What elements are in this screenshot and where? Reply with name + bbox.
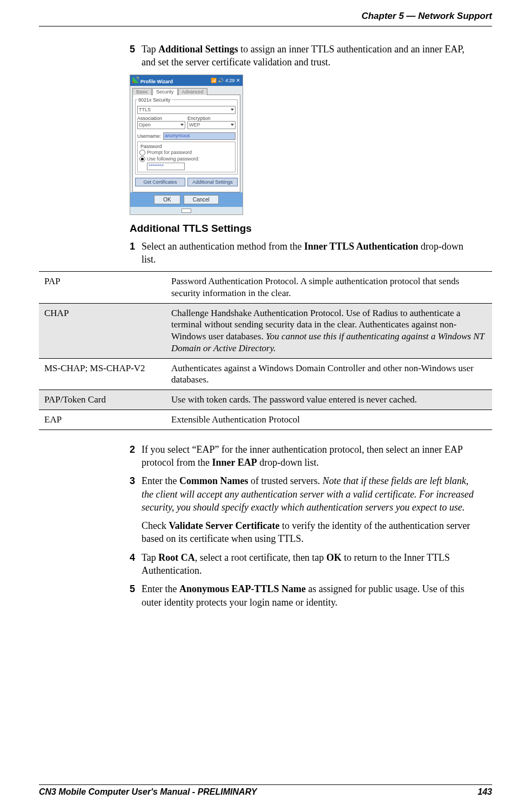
tab-basic[interactable]: Basic (132, 88, 152, 95)
legend-8021x: 8021x Security (137, 97, 172, 103)
section-heading: Additional TTLS Settings (130, 223, 479, 234)
step-number: 5 (130, 43, 142, 69)
footer-title: CN3 Mobile Computer User's Manual - PREL… (39, 787, 257, 797)
tab-advanced[interactable]: Advanced (178, 88, 207, 95)
table-row: PAPPassword Authentication Protocol. A s… (39, 272, 492, 304)
auth-methods-table: PAPPassword Authentication Protocol. A s… (39, 271, 492, 430)
table-row: MS-CHAP; MS-CHAP-V2Authenticates against… (39, 358, 492, 390)
intro-step: 5 Tap Additional Settings to assign an i… (130, 43, 479, 69)
ttls-select[interactable]: TTLS (137, 106, 236, 114)
keyboard-icon[interactable] (182, 209, 191, 213)
step-1: 1 Select an authentication method from t… (130, 240, 479, 266)
step-3: 3 Enter the Common Names of trusted serv… (130, 474, 479, 514)
password-input[interactable]: ******** (147, 163, 185, 170)
sip-bar (130, 207, 243, 214)
profile-wizard-screenshot: Profile Wizard 📶 🔊 4:29 ✕ Basic Security… (130, 75, 243, 215)
additional-settings-button[interactable]: Additional Settings (187, 178, 238, 186)
page-header: Chapter 5 — Network Support (39, 11, 492, 22)
step-2: 2 If you select “EAP” for the inner auth… (130, 443, 479, 469)
table-row: PAP/Token CardUse with token cards. The … (39, 390, 492, 410)
encryption-select[interactable]: WEP (187, 121, 236, 129)
table-row: CHAPChallenge Handshake Authentication P… (39, 303, 492, 358)
step-4: 4 Tap Root CA, select a root certificate… (130, 551, 479, 578)
step-5: 5 Enter the Anonymous EAP-TTLS Name as a… (130, 582, 479, 609)
chevron-down-icon (231, 124, 234, 126)
association-select[interactable]: Open (137, 121, 185, 129)
page-footer: CN3 Mobile Computer User's Manual - PREL… (39, 784, 492, 797)
window-title: Profile Wizard (140, 79, 173, 84)
cancel-button[interactable]: Cancel (184, 195, 219, 204)
start-icon (132, 77, 139, 83)
tray-icons: 📶 🔊 4:29 ✕ (211, 78, 240, 83)
titlebar: Profile Wizard 📶 🔊 4:29 ✕ (130, 75, 243, 86)
header-rule (39, 26, 492, 26)
password-fieldset: Password Prompt for password Use followi… (137, 142, 236, 172)
chevron-down-icon (231, 109, 234, 111)
radio-use-password[interactable] (139, 156, 145, 162)
table-row: EAPExtensible Authentication Protocol (39, 410, 492, 430)
ok-button[interactable]: OK (154, 195, 180, 204)
step-3-continued: Check Validate Server Certificate to ver… (142, 519, 479, 546)
chevron-down-icon (180, 124, 184, 126)
radio-prompt[interactable] (139, 150, 145, 156)
page-number: 143 (478, 787, 492, 797)
tab-security[interactable]: Security (152, 88, 178, 95)
username-input[interactable]: anonymous (163, 132, 236, 140)
step-text: Tap Additional Settings to assign an inn… (142, 43, 479, 69)
get-certificates-button[interactable]: Get Certificates (135, 178, 185, 186)
